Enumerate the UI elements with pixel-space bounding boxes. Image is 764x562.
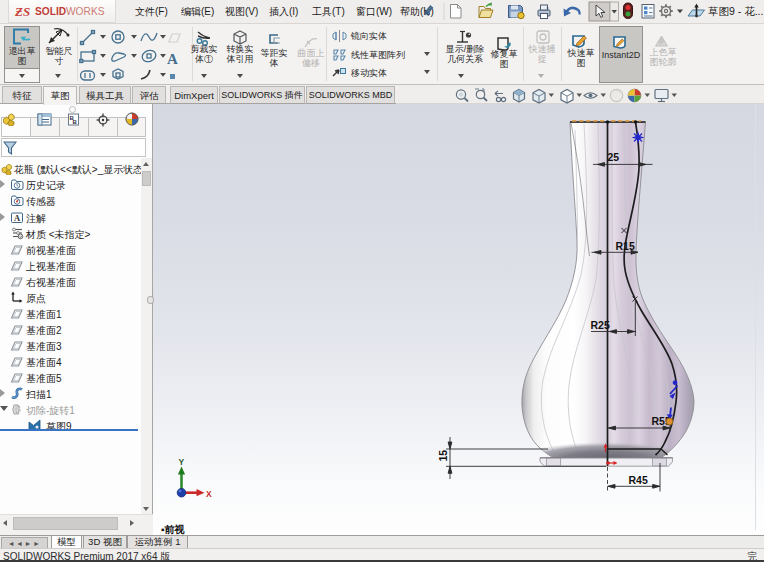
svg-text:R25: R25: [591, 319, 610, 331]
svg-text:ƵS: ƵS: [14, 4, 30, 19]
svg-text:B: B: [73, 119, 78, 125]
svg-text:X: X: [206, 489, 212, 499]
svg-text:WORKS: WORKS: [66, 6, 105, 17]
svg-text:SOLID: SOLID: [35, 6, 66, 17]
svg-text:Y: Y: [179, 457, 185, 467]
svg-text:R45: R45: [629, 474, 648, 486]
svg-text:A: A: [167, 51, 178, 67]
svg-text:25: 25: [608, 151, 620, 163]
svg-text:A: A: [14, 213, 21, 223]
svg-text:15: 15: [437, 450, 449, 462]
svg-text:R15: R15: [616, 240, 635, 252]
